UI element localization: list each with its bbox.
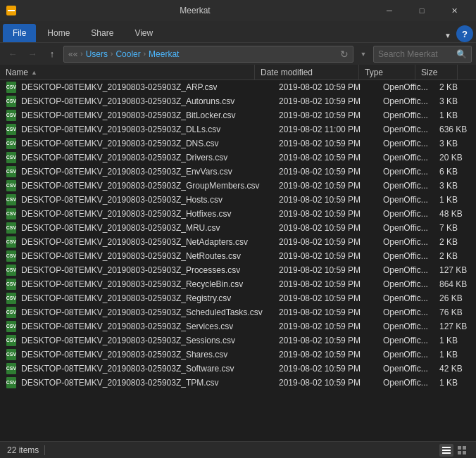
table-row[interactable]: CSV DESKTOP-08TEMKV_20190803-025903Z_MRU… bbox=[0, 221, 476, 235]
toolbar: ← → ↑ «« › Users › Cooler › Meerkat ↻ ▼ … bbox=[0, 42, 476, 65]
table-row[interactable]: CSV DESKTOP-08TEMKV_20190803-025903Z_Hot… bbox=[0, 207, 476, 221]
file-icon: CSV bbox=[6, 321, 17, 332]
file-list[interactable]: CSV DESKTOP-08TEMKV_20190803-025903Z_ARP… bbox=[0, 80, 476, 441]
file-name-cell: CSV DESKTOP-08TEMKV_20190803-025903Z_ARP… bbox=[0, 80, 273, 94]
ribbon-expand-icon[interactable]: ▼ bbox=[441, 28, 455, 42]
file-type: OpenOffic... bbox=[377, 94, 434, 108]
file-icon: CSV bbox=[6, 180, 17, 191]
close-button[interactable]: ✕ bbox=[438, 0, 470, 21]
table-row[interactable]: CSV DESKTOP-08TEMKV_20190803-025903Z_Hos… bbox=[0, 193, 476, 207]
csv-icon: CSV bbox=[6, 222, 16, 234]
maximize-button[interactable]: □ bbox=[406, 0, 438, 21]
file-name-cell: CSV DESKTOP-08TEMKV_20190803-025903Z_Aut… bbox=[0, 94, 273, 108]
csv-icon: CSV bbox=[6, 236, 16, 248]
file-name: DESKTOP-08TEMKV_20190803-025903Z_Session… bbox=[21, 336, 235, 345]
table-row[interactable]: CSV DESKTOP-08TEMKV_20190803-025903Z_Reg… bbox=[0, 291, 476, 305]
table-row[interactable]: CSV DESKTOP-08TEMKV_20190803-025903Z_TPM… bbox=[0, 376, 476, 390]
file-icon: CSV bbox=[6, 250, 17, 262]
minimize-button[interactable]: ─ bbox=[373, 0, 406, 21]
tab-share[interactable]: Share bbox=[81, 24, 123, 42]
csv-icon: CSV bbox=[6, 377, 16, 388]
address-meerkat[interactable]: Meerkat bbox=[149, 49, 179, 59]
file-size: 76 KB bbox=[434, 305, 476, 319]
file-name: DESKTOP-08TEMKV_20190803-025903Z_BitLock… bbox=[21, 110, 236, 120]
file-date: 2019-08-02 10:59 PM bbox=[273, 305, 377, 319]
tab-home[interactable]: Home bbox=[37, 24, 80, 42]
file-name: DESKTOP-08TEMKV_20190803-025903Z_Shares.… bbox=[21, 350, 227, 360]
file-name-cell: CSV DESKTOP-08TEMKV_20190803-025903Z_Dri… bbox=[0, 151, 273, 165]
address-users[interactable]: Users bbox=[86, 49, 108, 59]
file-type: OpenOffic... bbox=[377, 291, 434, 305]
file-icon: CSV bbox=[6, 96, 17, 107]
file-date: 2019-08-02 10:59 PM bbox=[273, 165, 377, 179]
table-row[interactable]: CSV DESKTOP-08TEMKV_20190803-025903Z_Net… bbox=[0, 235, 476, 249]
file-type: OpenOffic... bbox=[377, 348, 434, 362]
col-header-name[interactable]: Name ▲ bbox=[0, 65, 255, 80]
file-date: 2019-08-02 11:00 PM bbox=[273, 122, 377, 136]
search-box[interactable]: 🔍 bbox=[373, 46, 472, 63]
table-row[interactable]: CSV DESKTOP-08TEMKV_20190803-025903Z_Sof… bbox=[0, 362, 476, 376]
csv-icon: CSV bbox=[6, 180, 16, 191]
table-row[interactable]: CSV DESKTOP-08TEMKV_20190803-025903Z_Ses… bbox=[0, 333, 476, 348]
refresh-icon[interactable]: ↻ bbox=[340, 49, 349, 60]
grid-view-button[interactable] bbox=[455, 444, 469, 457]
file-name: DESKTOP-08TEMKV_20190803-025903Z_Service… bbox=[21, 322, 233, 331]
back-button[interactable]: ← bbox=[4, 46, 21, 63]
file-date: 2019-08-02 10:59 PM bbox=[273, 277, 377, 291]
forward-button[interactable]: → bbox=[24, 46, 41, 63]
file-type: OpenOffic... bbox=[377, 108, 434, 122]
table-row[interactable]: CSV DESKTOP-08TEMKV_20190803-025903Z_Pro… bbox=[0, 263, 476, 277]
table-row[interactable]: CSV DESKTOP-08TEMKV_20190803-025903Z_Net… bbox=[0, 249, 476, 263]
table-row[interactable]: CSV DESKTOP-08TEMKV_20190803-025903Z_Env… bbox=[0, 165, 476, 179]
table-row[interactable]: CSV DESKTOP-08TEMKV_20190803-025903Z_DLL… bbox=[0, 122, 476, 136]
file-icon: CSV bbox=[6, 222, 17, 234]
table-row[interactable]: CSV DESKTOP-08TEMKV_20190803-025903Z_Aut… bbox=[0, 94, 476, 108]
file-date: 2019-08-02 10:59 PM bbox=[273, 319, 377, 333]
ribbon: File Home Share View ▼ ? bbox=[0, 21, 476, 42]
col-header-size[interactable]: Size bbox=[415, 65, 458, 80]
status-divider bbox=[44, 445, 45, 455]
file-icon: CSV bbox=[6, 377, 17, 388]
file-name: DESKTOP-08TEMKV_20190803-025903Z_Registr… bbox=[21, 293, 231, 303]
table-row[interactable]: CSV DESKTOP-08TEMKV_20190803-025903Z_Bit… bbox=[0, 108, 476, 122]
col-header-modified[interactable]: Date modified bbox=[255, 65, 359, 80]
tab-file[interactable]: File bbox=[3, 24, 36, 42]
col-modified-label: Date modified bbox=[261, 68, 313, 77]
file-size: 48 KB bbox=[434, 207, 476, 221]
col-header-type[interactable]: Type bbox=[359, 65, 415, 80]
table-row[interactable]: CSV DESKTOP-08TEMKV_20190803-025903Z_Sch… bbox=[0, 305, 476, 319]
table-row[interactable]: CSV DESKTOP-08TEMKV_20190803-025903Z_Rec… bbox=[0, 277, 476, 291]
file-name: DESKTOP-08TEMKV_20190803-025903Z_TPM.csv bbox=[21, 378, 219, 388]
table-row[interactable]: CSV DESKTOP-08TEMKV_20190803-025903Z_Sha… bbox=[0, 348, 476, 362]
file-icon: CSV bbox=[6, 363, 17, 374]
csv-icon: CSV bbox=[6, 82, 16, 93]
csv-icon: CSV bbox=[6, 110, 16, 121]
csv-icon: CSV bbox=[6, 194, 16, 205]
table-row[interactable]: CSV DESKTOP-08TEMKV_20190803-025903Z_Gro… bbox=[0, 179, 476, 193]
file-icon: CSV bbox=[6, 152, 17, 163]
address-dropdown[interactable]: ▼ bbox=[356, 46, 370, 63]
csv-icon: CSV bbox=[6, 208, 16, 220]
file-icon: CSV bbox=[6, 293, 17, 304]
tab-view[interactable]: View bbox=[125, 24, 163, 42]
address-bar[interactable]: «« › Users › Cooler › Meerkat ↻ bbox=[63, 46, 353, 63]
search-input[interactable] bbox=[378, 49, 453, 59]
title-bar-icons bbox=[6, 5, 17, 16]
file-name-cell: CSV DESKTOP-08TEMKV_20190803-025903Z_TPM… bbox=[0, 376, 273, 390]
help-button[interactable]: ? bbox=[456, 25, 473, 42]
file-type: OpenOffic... bbox=[377, 122, 434, 136]
list-view-button[interactable] bbox=[439, 444, 453, 457]
file-name-cell: CSV DESKTOP-08TEMKV_20190803-025903Z_Sof… bbox=[0, 362, 273, 376]
table-row[interactable]: CSV DESKTOP-08TEMKV_20190803-025903Z_ARP… bbox=[0, 80, 476, 94]
svg-rect-6 bbox=[463, 446, 466, 450]
file-date: 2019-08-02 10:59 PM bbox=[273, 249, 377, 263]
file-name-cell: CSV DESKTOP-08TEMKV_20190803-025903Z_Hos… bbox=[0, 193, 273, 207]
table-row[interactable]: CSV DESKTOP-08TEMKV_20190803-025903Z_DNS… bbox=[0, 136, 476, 151]
file-date: 2019-08-02 10:59 PM bbox=[273, 235, 377, 249]
up-button[interactable]: ↑ bbox=[44, 46, 61, 63]
table-row[interactable]: CSV DESKTOP-08TEMKV_20190803-025903Z_Dri… bbox=[0, 151, 476, 165]
table-row[interactable]: CSV DESKTOP-08TEMKV_20190803-025903Z_Ser… bbox=[0, 319, 476, 333]
address-cooler[interactable]: Cooler bbox=[115, 49, 140, 59]
file-type: OpenOffic... bbox=[377, 376, 434, 390]
file-name: DESKTOP-08TEMKV_20190803-025903Z_Schedul… bbox=[21, 307, 263, 317]
